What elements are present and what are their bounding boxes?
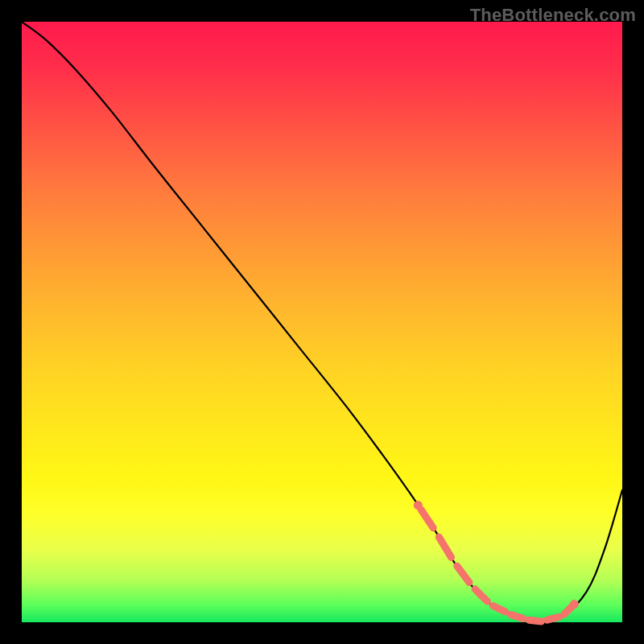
highlight-segment	[564, 606, 572, 614]
highlight-segment	[439, 537, 451, 557]
highlight-endpoint	[414, 501, 423, 510]
highlight-segment	[529, 620, 541, 621]
chart-frame: TheBottleneck.com	[0, 0, 644, 644]
plot-area	[22, 22, 622, 622]
highlight-segment	[421, 510, 433, 528]
highlight-endpoint	[570, 600, 579, 609]
bottleneck-curve	[22, 22, 622, 622]
highlight-segment	[493, 605, 505, 612]
highlight-segment	[511, 615, 523, 619]
highlight-segments	[414, 501, 579, 621]
highlight-segment	[547, 617, 559, 620]
curve-svg	[22, 22, 622, 622]
highlight-segment	[457, 566, 469, 582]
highlight-segment	[475, 589, 487, 601]
